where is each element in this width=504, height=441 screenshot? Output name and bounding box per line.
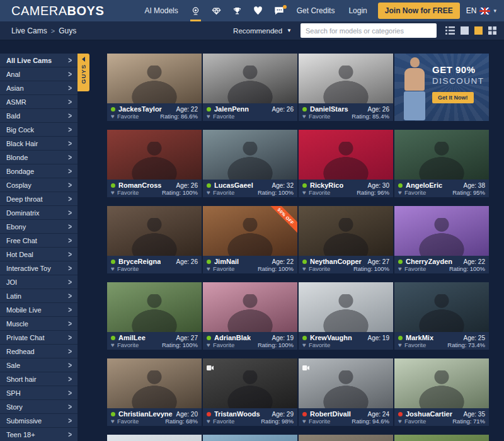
list-view-icon[interactable] (445, 26, 455, 35)
sidebar-item-black-hair[interactable]: Black Hair> (0, 137, 77, 151)
search-input[interactable] (301, 23, 437, 38)
model-name[interactable]: NeythanCopper (310, 258, 362, 265)
model-card[interactable]: RobertDivaIIAge: 24♥FavoriteRating: 94.6… (299, 358, 393, 426)
model-card-partial[interactable] (203, 435, 297, 441)
model-name[interactable]: AmilLee (118, 334, 146, 341)
model-photo[interactable] (107, 435, 202, 441)
model-photo[interactable] (107, 130, 202, 180)
sidebar-item-sale[interactable]: Sale> (0, 358, 77, 372)
model-photo[interactable] (394, 282, 489, 332)
sidebar-item-redhead[interactable]: Redhead> (0, 345, 77, 358)
model-photo[interactable] (299, 435, 393, 441)
model-card[interactable]: RickyRicoAge: 30♥FavoriteRating: 96% (299, 130, 393, 197)
favorite-button[interactable]: ♥Favorite (207, 113, 234, 120)
medium-grid-view-icon-active[interactable] (474, 26, 483, 35)
sidebar-item-joi[interactable]: JOI> (0, 275, 77, 289)
model-name[interactable]: AdrianBlak (214, 334, 251, 341)
model-photo[interactable] (299, 130, 393, 180)
model-photo[interactable] (203, 130, 297, 180)
model-photo[interactable] (394, 130, 489, 180)
favorite-button[interactable]: ♥Favorite (398, 265, 426, 272)
model-name[interactable]: BryceReigna (118, 258, 161, 265)
model-card[interactable]: KrewVaughnAge: 19♥Favorite (299, 282, 393, 350)
favorite-button[interactable]: ♥Favorite (207, 265, 234, 272)
model-card[interactable]: ChristianLevyneAge: 20♥FavoriteRating: 6… (107, 358, 202, 426)
sidebar-item-ebony[interactable]: Ebony> (0, 220, 77, 234)
trophy-icon[interactable] (227, 0, 248, 21)
model-card[interactable]: RomanCrossAge: 26♥FavoriteRating: 100% (107, 130, 202, 197)
sidebar-item-latin[interactable]: Latin> (0, 289, 77, 303)
model-card[interactable]: TristanWoodsAge: 29♥FavoriteRating: 98% (203, 358, 297, 426)
model-card[interactable]: JoshuaCartierAge: 35♥FavoriteRating: 71% (394, 358, 489, 426)
sidebar-item-free-chat[interactable]: Free Chat> (0, 234, 77, 248)
favorite-button[interactable]: ♥Favorite (207, 418, 234, 425)
model-card[interactable]: BryceReignaAge: 26♥Favorite (107, 206, 202, 273)
sidebar-item-blonde[interactable]: Blonde> (0, 151, 77, 164)
join-now-button[interactable]: Join Now for FREE (378, 3, 460, 19)
model-name[interactable]: ChristianLevyne (118, 410, 173, 418)
model-card-partial[interactable] (394, 435, 489, 441)
sidebar-item-dominatrix[interactable]: Dominatrix> (0, 206, 77, 220)
logo[interactable]: CAMERABOYS (11, 4, 104, 18)
favorite-button[interactable]: ♥Favorite (302, 113, 330, 120)
sidebar-item-teen-18-[interactable]: Teen 18+> (0, 428, 77, 441)
sidebar-item-submissive[interactable]: Submissive> (0, 414, 77, 428)
model-card[interactable]: CherryZaydenAge: 22♥FavoriteRating: 100% (394, 206, 489, 273)
model-card[interactable]: JalenPennAge: 26♥Favorite (203, 54, 297, 121)
model-photo[interactable] (107, 206, 202, 256)
model-name[interactable]: JimNail (214, 258, 239, 265)
promo-banner[interactable]: GET 90% DISCOUNT Get It Now! (394, 54, 489, 121)
favorite-button[interactable]: ♥Favorite (207, 189, 234, 196)
favorite-button[interactable]: ♥Favorite (398, 418, 426, 425)
model-card[interactable]: AdrianBlakAge: 19♥FavoriteRating: 100% (203, 282, 297, 350)
sidebar-item-cosplay[interactable]: Cosplay> (0, 178, 77, 192)
model-name[interactable]: AngeloEric (406, 181, 442, 189)
small-grid-view-icon[interactable] (461, 26, 469, 35)
sidebar-item-mobile-live[interactable]: Mobile Live> (0, 303, 77, 317)
model-photo[interactable] (299, 358, 393, 408)
model-photo[interactable] (203, 282, 297, 332)
model-name[interactable]: TristanWoods (214, 410, 260, 418)
sidebar-item-muscle[interactable]: Muscle> (0, 317, 77, 331)
model-card[interactable]: JackesTaylorAge: 22♥FavoriteRating: 86.6… (107, 54, 202, 121)
model-photo[interactable] (203, 435, 297, 441)
chat-icon[interactable] (268, 0, 290, 21)
model-photo[interactable] (107, 358, 202, 408)
favorite-button[interactable]: ♥Favorite (207, 341, 234, 348)
model-photo[interactable] (299, 54, 393, 103)
get-it-now-button[interactable]: Get It Now! (432, 92, 474, 103)
model-name[interactable]: RobertDivaII (310, 410, 351, 418)
nav-get-credits[interactable]: Get Credits (290, 6, 342, 15)
model-photo[interactable] (394, 358, 489, 408)
large-grid-view-icon[interactable] (488, 26, 496, 35)
model-card[interactable]: AngeloEricAge: 38♥FavoriteRating: 95% (394, 130, 489, 197)
model-card-partial[interactable] (107, 435, 202, 441)
model-card[interactable]: MarkMixAge: 25♥FavoriteRating: 73.4% (394, 282, 489, 350)
model-name[interactable]: JackesTaylor (118, 105, 162, 113)
model-card[interactable]: 50% OFFJimNailAge: 22♥FavoriteRating: 10… (203, 206, 297, 273)
heart-icon[interactable] (248, 0, 268, 21)
model-name[interactable]: JalenPenn (214, 105, 249, 113)
nav-ai-models[interactable]: AI Models (137, 6, 185, 15)
webcam-icon[interactable] (185, 0, 206, 21)
breadcrumb-live-cams[interactable]: Live Cams (11, 26, 47, 35)
favorite-button[interactable]: ♥Favorite (111, 189, 139, 196)
sidebar-item-anal[interactable]: Anal> (0, 67, 77, 81)
sidebar-item-bald[interactable]: Bald> (0, 109, 77, 123)
model-card-partial[interactable] (299, 435, 393, 441)
model-name[interactable]: JoshuaCartier (406, 410, 452, 418)
model-photo[interactable] (107, 54, 202, 103)
model-photo[interactable] (203, 358, 297, 408)
breadcrumb-guys[interactable]: Guys (59, 26, 76, 35)
sidebar-item-interactive-toy[interactable]: Interactive Toy> (0, 261, 77, 275)
model-name[interactable]: CherryZayden (406, 258, 452, 265)
sidebar-item-hot-deal[interactable]: Hot Deal> (0, 248, 77, 261)
sidebar-item-all-live-cams[interactable]: All Live Cams> (0, 54, 77, 67)
sidebar-item-short-hair[interactable]: Short hair> (0, 372, 77, 386)
favorite-button[interactable]: ♥Favorite (111, 113, 139, 120)
sidebar-item-private-chat[interactable]: Private Chat> (0, 331, 77, 345)
sort-dropdown[interactable]: Recommended ▼ (233, 27, 294, 35)
nav-login[interactable]: Login (341, 6, 374, 15)
sidebar-item-bondage[interactable]: Bondage> (0, 164, 77, 178)
favorite-button[interactable]: ♥Favorite (302, 189, 330, 196)
